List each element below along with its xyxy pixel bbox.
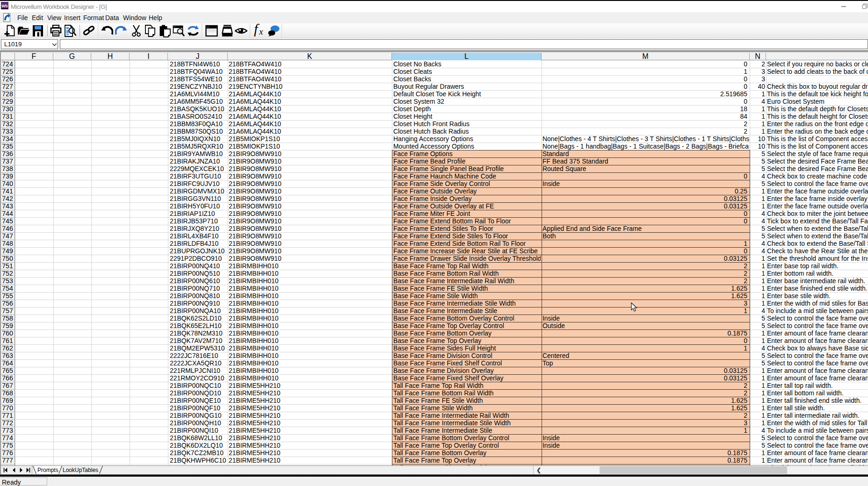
svg-text:Wb: Wb bbox=[1, 4, 7, 8]
